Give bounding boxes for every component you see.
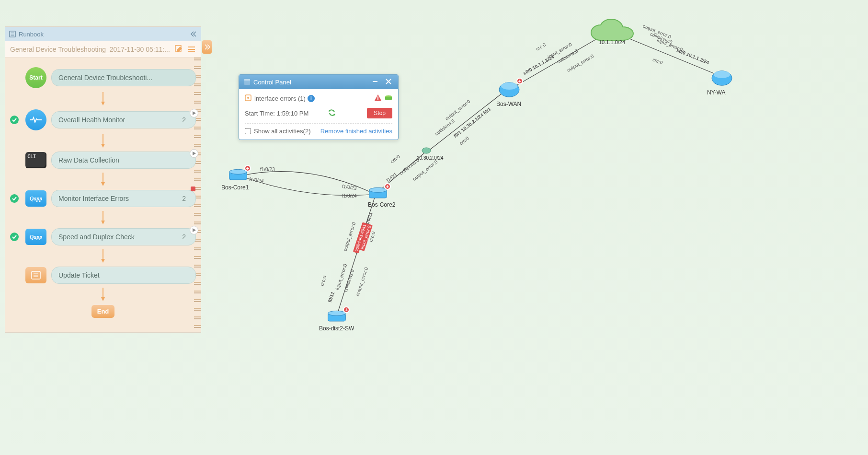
step-label: Monitor Interface Errors [58, 195, 129, 202]
device-bos-core1[interactable]: + [228, 168, 248, 182]
step-item[interactable]: Speed and Duplex Check 2 [51, 228, 196, 245]
svg-rect-45 [377, 96, 378, 99]
minimize-icon[interactable] [370, 77, 380, 88]
step-count: 2 [182, 195, 189, 202]
step-monitor-errors: Qapp Monitor Interface Errors 2 [10, 190, 196, 207]
step-count: 2 [182, 233, 189, 241]
add-icon[interactable]: + [516, 78, 523, 84]
cli-icon: CLI [25, 152, 46, 168]
svg-marker-23 [101, 144, 105, 148]
expand-handle[interactable] [202, 40, 212, 54]
step-label: General Device Troubleshooti... [58, 74, 152, 82]
device-label-bos-wan: Bos-WAN [496, 101, 521, 107]
link-label: crc:0 [652, 57, 663, 65]
control-panel[interactable]: Control Panel interface errors (1) i Sta… [239, 74, 399, 140]
warning-icon[interactable] [374, 94, 382, 103]
link-label: crc:0 [389, 153, 401, 164]
step-connector [10, 211, 196, 224]
device-bos-core2[interactable]: + [368, 186, 388, 200]
play-icon[interactable] [190, 226, 198, 234]
step-item[interactable]: Monitor Interface Errors 2 [51, 190, 196, 207]
collapse-icon[interactable] [189, 30, 197, 38]
svg-point-9 [714, 71, 730, 78]
activity-row: interface errors (1) i [245, 94, 374, 103]
link-label: f1/0/23 [260, 167, 275, 172]
device-bos-wan[interactable]: + [498, 81, 520, 99]
stop-button[interactable]: Stop [367, 108, 392, 118]
svg-point-48 [385, 95, 392, 97]
device-label-bos-dist2: Bos-dist2-SW [319, 325, 354, 332]
play-icon[interactable] [190, 149, 198, 158]
svg-point-10 [422, 148, 431, 153]
hub-icon[interactable] [422, 147, 431, 154]
link-label: f1/0/23 [342, 184, 357, 191]
svg-marker-31 [101, 259, 105, 263]
status-done-icon [10, 233, 19, 241]
runbook-sidebar: Runbook General Device Troubleshooting_2… [5, 26, 201, 333]
close-icon[interactable] [384, 77, 393, 88]
device-label-bos-core1: Bos-Core1 [221, 184, 249, 191]
step-connector [10, 173, 196, 186]
add-icon[interactable]: + [343, 306, 350, 313]
control-panel-header[interactable]: Control Panel [239, 75, 398, 89]
step-item[interactable]: Raw Data Collection [51, 152, 196, 169]
panel-icon [244, 79, 251, 85]
cloud-subnet-label: 10.1.1.0/24 [599, 39, 625, 45]
device-label-bos-core2: Bos-Core2 [368, 201, 395, 208]
add-icon[interactable]: + [244, 165, 251, 172]
status-done-icon [10, 116, 19, 124]
svg-point-3 [369, 187, 387, 192]
sidebar-header: Runbook [5, 27, 201, 41]
svg-marker-28 [101, 221, 105, 224]
svg-rect-46 [377, 99, 378, 100]
activity-icon [245, 94, 251, 103]
refresh-icon[interactable] [328, 108, 336, 118]
link-label: output_error:0 [354, 267, 369, 297]
link-label: f1/0/24 [249, 176, 264, 184]
step-item[interactable]: Update Ticket [51, 267, 196, 284]
device-label-ny-wan: NY-WA [707, 89, 725, 96]
device-ny-wan[interactable] [711, 69, 733, 87]
qapp-icon: Qapp [25, 229, 46, 245]
remove-activities-link[interactable]: Remove finished activities [320, 128, 392, 135]
start-badge-icon: Start [25, 67, 46, 88]
step-connector [10, 288, 196, 301]
svg-point-1 [229, 169, 247, 174]
end-row: End [10, 305, 196, 318]
control-panel-body: interface errors (1) i Start Time: 1:59:… [239, 89, 398, 140]
qapp-icon: Qapp [25, 190, 46, 207]
health-icon [25, 109, 46, 130]
link-label: collisions:0 [434, 118, 456, 137]
step-health: Overall Health Monitor 2 [10, 109, 196, 130]
play-icon[interactable] [190, 109, 198, 117]
svg-marker-29 [193, 228, 196, 232]
link-label: f1/0/1 [385, 171, 398, 183]
svg-rect-39 [244, 79, 250, 81]
step-item[interactable]: General Device Troubleshooti... [51, 69, 196, 86]
svg-marker-24 [193, 152, 196, 155]
edit-icon[interactable] [175, 45, 183, 54]
device-count-icon[interactable] [385, 94, 392, 103]
info-icon[interactable]: i [308, 95, 315, 102]
link-label: crc:0 [319, 275, 327, 286]
breadcrumb-row: General Device Troubleshooting_2017-11-3… [5, 41, 201, 58]
record-icon [191, 187, 195, 191]
runbook-icon [9, 31, 16, 37]
add-icon[interactable]: + [384, 183, 391, 190]
runbook-body: Start General Device Troubleshooti... Ov… [5, 58, 201, 332]
step-label: Update Ticket [58, 271, 100, 279]
step-connector [10, 249, 196, 263]
link-label: f1/0/24 [342, 193, 357, 198]
step-item[interactable]: Overall Health Monitor 2 [51, 111, 196, 128]
step-start: Start General Device Troubleshooti... [10, 67, 196, 88]
link-label: crc:0 [535, 42, 547, 51]
svg-marker-20 [101, 102, 105, 105]
show-all-checkbox[interactable] [245, 128, 251, 134]
list-icon[interactable] [187, 45, 196, 54]
end-badge: End [91, 305, 115, 318]
device-bos-dist2[interactable]: + [327, 309, 347, 324]
control-panel-title: Control Panel [253, 79, 291, 86]
step-label: Overall Health Monitor [58, 116, 125, 124]
svg-marker-37 [101, 297, 105, 301]
breadcrumb-text: General Device Troubleshooting_2017-11-3… [10, 46, 170, 53]
